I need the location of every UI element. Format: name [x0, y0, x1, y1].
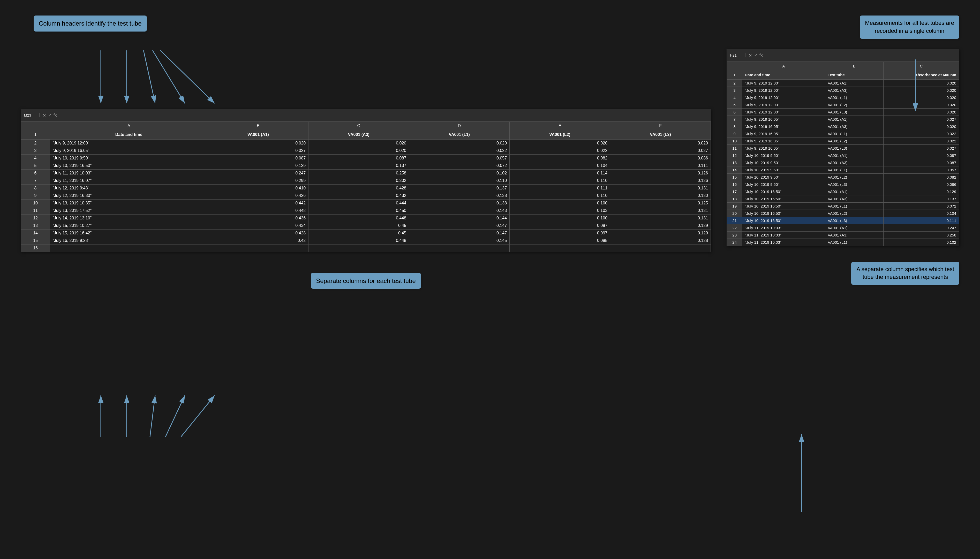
right-tube-cell[interactable]: VA001 (A1): [825, 224, 884, 231]
right-row-number[interactable]: 9: [727, 130, 742, 137]
left-data-cell[interactable]: 0.110: [510, 192, 610, 199]
left-data-cell[interactable]: 0.131: [610, 214, 711, 222]
left-date-cell[interactable]: "July 12, 2019 16:30": [50, 192, 208, 199]
right-row-number[interactable]: 8: [727, 123, 742, 130]
right-row-number[interactable]: 19: [727, 202, 742, 210]
right-data-cell[interactable]: 0.129: [884, 188, 959, 195]
left-data-cell[interactable]: 0.138: [409, 199, 510, 207]
left-row-number[interactable]: 3: [21, 147, 50, 154]
left-row-number[interactable]: 16: [21, 244, 50, 252]
left-data-cell[interactable]: 0.027: [610, 147, 711, 154]
right-tube-cell[interactable]: VA001 (L1): [825, 130, 884, 137]
left-data-cell[interactable]: 0.086: [610, 154, 711, 162]
left-row-number[interactable]: 1: [21, 130, 50, 139]
right-row-number[interactable]: 22: [727, 224, 742, 231]
right-data-cell[interactable]: 0.104: [884, 210, 959, 217]
left-date-cell[interactable]: "July 15, 2019 10:27": [50, 222, 208, 229]
left-data-cell[interactable]: 0.020: [610, 139, 711, 147]
right-tube-cell[interactable]: VA001 (L3): [825, 217, 884, 224]
left-data-cell[interactable]: 0.428: [308, 184, 409, 192]
right-date-cell[interactable]: "July 9, 2019 16:05": [742, 144, 825, 152]
right-data-cell[interactable]: 0.027: [884, 116, 959, 123]
left-data-cell[interactable]: 0.057: [409, 154, 510, 162]
left-data-cell[interactable]: 0.103: [510, 207, 610, 214]
left-data-cell[interactable]: 0.129: [208, 162, 308, 169]
left-data-cell[interactable]: 0.100: [510, 214, 610, 222]
right-tube-cell[interactable]: VA001 (A1): [825, 116, 884, 123]
right-row-number[interactable]: 12: [727, 152, 742, 159]
right-col-c-header[interactable]: C: [884, 62, 959, 70]
left-data-cell[interactable]: 0.095: [510, 237, 610, 244]
col-f-header[interactable]: F: [610, 122, 711, 130]
right-col-b-header[interactable]: B: [825, 62, 884, 70]
left-data-cell[interactable]: [409, 244, 510, 252]
left-data-cell[interactable]: 0.097: [510, 222, 610, 229]
right-date-cell[interactable]: "July 9, 2019 12:00": [742, 79, 825, 87]
right-date-cell[interactable]: "July 11, 2019 10:03": [742, 224, 825, 231]
left-data-cell[interactable]: 0.448: [208, 207, 308, 214]
left-header-cell[interactable]: VA001 (A3): [308, 130, 409, 139]
right-tube-cell[interactable]: VA001 (L1): [825, 166, 884, 174]
left-row-number[interactable]: 7: [21, 177, 50, 184]
left-data-cell[interactable]: 0.110: [409, 177, 510, 184]
right-date-cell[interactable]: "July 10, 2019 9:50": [742, 174, 825, 181]
col-e-header[interactable]: E: [510, 122, 610, 130]
right-tube-cell[interactable]: VA001 (A3): [825, 195, 884, 202]
right-data-cell[interactable]: 0.111: [884, 217, 959, 224]
right-row-number[interactable]: 7: [727, 116, 742, 123]
left-data-cell[interactable]: 0.444: [308, 199, 409, 207]
right-row-number[interactable]: 18: [727, 195, 742, 202]
left-data-cell[interactable]: 0.302: [308, 177, 409, 184]
left-data-cell[interactable]: 0.020: [510, 139, 610, 147]
right-row-number[interactable]: 6: [727, 108, 742, 116]
x-icon-right[interactable]: ✕: [748, 53, 752, 58]
left-data-cell[interactable]: 0.020: [308, 147, 409, 154]
right-data-cell[interactable]: 0.086: [884, 181, 959, 188]
left-data-cell[interactable]: 0.145: [409, 237, 510, 244]
left-date-cell[interactable]: "July 16, 2019 9:28": [50, 237, 208, 244]
right-date-cell[interactable]: "July 10, 2019 16:50": [742, 188, 825, 195]
right-data-cell[interactable]: 0.087: [884, 152, 959, 159]
left-data-cell[interactable]: [610, 244, 711, 252]
left-data-cell[interactable]: 0.247: [208, 169, 308, 177]
left-header-cell[interactable]: VA001 (L2): [510, 130, 610, 139]
left-data-cell[interactable]: 0.45: [308, 222, 409, 229]
right-row-number[interactable]: 17: [727, 188, 742, 195]
left-data-cell[interactable]: 0.087: [208, 154, 308, 162]
left-data-cell[interactable]: 0.299: [208, 177, 308, 184]
left-data-cell[interactable]: 0.428: [208, 229, 308, 237]
right-date-cell[interactable]: "July 9, 2019 16:05": [742, 137, 825, 144]
left-row-number[interactable]: 14: [21, 229, 50, 237]
left-data-cell[interactable]: 0.111: [510, 184, 610, 192]
right-date-cell[interactable]: "July 11, 2019 10:03": [742, 231, 825, 238]
left-row-number[interactable]: 9: [21, 192, 50, 199]
left-data-cell[interactable]: 0.087: [308, 154, 409, 162]
right-row-number[interactable]: 2: [727, 79, 742, 87]
right-data-cell[interactable]: 0.102: [884, 238, 959, 246]
check-icon[interactable]: ✓: [48, 113, 51, 118]
left-data-cell[interactable]: 0.129: [610, 222, 711, 229]
col-d-header[interactable]: D: [409, 122, 510, 130]
left-data-cell[interactable]: 0.104: [510, 162, 610, 169]
right-data-cell[interactable]: 0.020: [884, 79, 959, 87]
right-data-cell[interactable]: 0.020: [884, 108, 959, 116]
right-data-cell[interactable]: 0.137: [884, 195, 959, 202]
left-data-cell[interactable]: 0.102: [409, 169, 510, 177]
left-data-cell[interactable]: [208, 244, 308, 252]
left-data-cell[interactable]: 0.450: [308, 207, 409, 214]
left-data-cell[interactable]: 0.147: [409, 222, 510, 229]
right-tube-cell[interactable]: VA001 (L1): [825, 238, 884, 246]
left-date-cell[interactable]: "July 15, 2019 16:42": [50, 229, 208, 237]
left-data-cell[interactable]: 0.128: [610, 237, 711, 244]
right-row-number[interactable]: 20: [727, 210, 742, 217]
right-date-cell[interactable]: "July 10, 2019 9:50": [742, 166, 825, 174]
left-data-cell[interactable]: 0.42: [208, 237, 308, 244]
right-date-cell[interactable]: "July 9, 2019 16:05": [742, 130, 825, 137]
left-date-cell[interactable]: "July 9, 2019 16:05": [50, 147, 208, 154]
left-row-number[interactable]: 8: [21, 184, 50, 192]
left-row-number[interactable]: 10: [21, 199, 50, 207]
right-data-cell[interactable]: 0.258: [884, 231, 959, 238]
right-tube-cell[interactable]: VA001 (L3): [825, 108, 884, 116]
left-date-cell[interactable]: "July 9, 2019 12:00": [50, 139, 208, 147]
col-c-header[interactable]: C: [308, 122, 409, 130]
